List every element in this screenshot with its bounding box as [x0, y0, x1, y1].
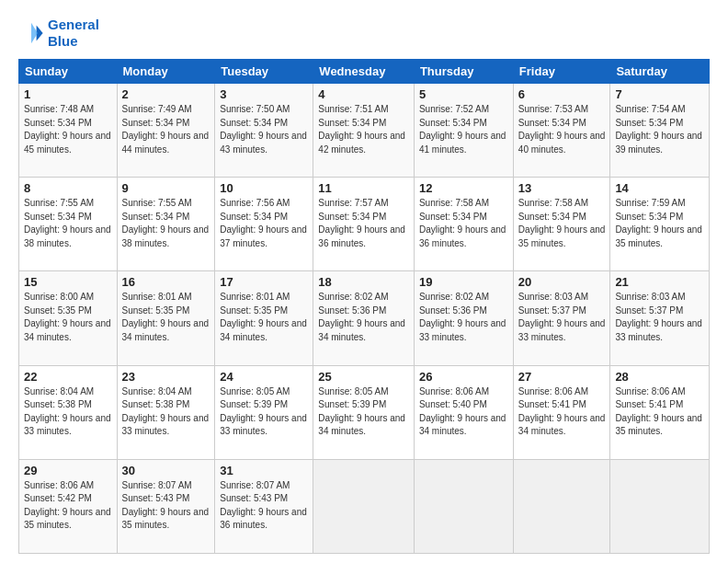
calendar-cell: 11 Sunrise: 7:57 AM Sunset: 5:34 PM Dayl… [313, 178, 415, 271]
day-number: 4 [318, 87, 409, 101]
day-number: 7 [615, 87, 704, 101]
calendar-header-row: SundayMondayTuesdayWednesdayThursdayFrid… [19, 60, 710, 84]
day-number: 23 [122, 370, 210, 384]
calendar-header-sunday: Sunday [19, 60, 118, 84]
calendar-cell: 17 Sunrise: 8:01 AM Sunset: 5:35 PM Dayl… [215, 271, 313, 365]
calendar-cell [414, 459, 513, 553]
calendar-cell: 19 Sunrise: 8:02 AM Sunset: 5:36 PM Dayl… [414, 271, 513, 365]
calendar-cell: 23 Sunrise: 8:04 AM Sunset: 5:38 PM Dayl… [117, 365, 215, 459]
day-info: Sunrise: 7:58 AM Sunset: 5:34 PM Dayligh… [518, 197, 606, 250]
day-info: Sunrise: 7:48 AM Sunset: 5:34 PM Dayligh… [24, 103, 112, 156]
calendar-cell: 10 Sunrise: 7:56 AM Sunset: 5:34 PM Dayl… [215, 178, 313, 271]
day-number: 28 [615, 370, 704, 384]
day-number: 6 [518, 87, 606, 101]
day-number: 14 [615, 181, 704, 195]
calendar-cell: 15 Sunrise: 8:00 AM Sunset: 5:35 PM Dayl… [19, 271, 118, 365]
day-number: 3 [220, 87, 308, 101]
day-number: 9 [122, 181, 210, 195]
day-info: Sunrise: 7:49 AM Sunset: 5:34 PM Dayligh… [122, 103, 210, 156]
day-info: Sunrise: 8:01 AM Sunset: 5:35 PM Dayligh… [122, 291, 210, 344]
calendar-cell: 20 Sunrise: 8:03 AM Sunset: 5:37 PM Dayl… [513, 271, 610, 365]
calendar-cell [610, 459, 710, 553]
calendar-week-5: 29 Sunrise: 8:06 AM Sunset: 5:42 PM Dayl… [19, 459, 710, 553]
day-info: Sunrise: 7:57 AM Sunset: 5:34 PM Dayligh… [318, 197, 409, 250]
calendar-cell: 18 Sunrise: 8:02 AM Sunset: 5:36 PM Dayl… [313, 271, 415, 365]
calendar-header-thursday: Thursday [414, 60, 513, 84]
day-info: Sunrise: 8:04 AM Sunset: 5:38 PM Dayligh… [122, 385, 210, 439]
calendar-cell: 8 Sunrise: 7:55 AM Sunset: 5:34 PM Dayli… [19, 178, 118, 271]
calendar-cell: 12 Sunrise: 7:58 AM Sunset: 5:34 PM Dayl… [414, 178, 513, 271]
day-number: 15 [24, 275, 112, 289]
calendar-cell: 25 Sunrise: 8:05 AM Sunset: 5:39 PM Dayl… [313, 365, 415, 459]
day-info: Sunrise: 8:05 AM Sunset: 5:39 PM Dayligh… [220, 385, 308, 439]
day-number: 30 [122, 464, 210, 477]
calendar-cell: 14 Sunrise: 7:59 AM Sunset: 5:34 PM Dayl… [610, 178, 710, 271]
day-info: Sunrise: 7:55 AM Sunset: 5:34 PM Dayligh… [24, 197, 112, 250]
day-info: Sunrise: 8:02 AM Sunset: 5:36 PM Dayligh… [318, 291, 409, 344]
day-info: Sunrise: 8:03 AM Sunset: 5:37 PM Dayligh… [615, 291, 704, 344]
day-info: Sunrise: 7:50 AM Sunset: 5:34 PM Dayligh… [220, 103, 308, 156]
calendar-week-4: 22 Sunrise: 8:04 AM Sunset: 5:38 PM Dayl… [19, 365, 710, 459]
day-number: 17 [220, 275, 308, 289]
calendar-body: 1 Sunrise: 7:48 AM Sunset: 5:34 PM Dayli… [19, 84, 710, 554]
day-number: 13 [518, 181, 606, 195]
calendar-cell: 21 Sunrise: 8:03 AM Sunset: 5:37 PM Dayl… [610, 271, 710, 365]
day-info: Sunrise: 8:05 AM Sunset: 5:39 PM Dayligh… [318, 385, 409, 439]
calendar-week-1: 1 Sunrise: 7:48 AM Sunset: 5:34 PM Dayli… [19, 84, 710, 178]
day-number: 10 [220, 181, 308, 195]
day-number: 5 [419, 87, 508, 101]
day-info: Sunrise: 7:52 AM Sunset: 5:34 PM Dayligh… [419, 103, 508, 156]
day-number: 27 [518, 370, 606, 384]
day-info: Sunrise: 7:51 AM Sunset: 5:34 PM Dayligh… [318, 103, 409, 156]
day-info: Sunrise: 8:06 AM Sunset: 5:42 PM Dayligh… [24, 479, 112, 533]
day-info: Sunrise: 8:00 AM Sunset: 5:35 PM Dayligh… [24, 291, 112, 344]
calendar-cell: 31 Sunrise: 8:07 AM Sunset: 5:43 PM Dayl… [215, 459, 313, 553]
day-info: Sunrise: 8:07 AM Sunset: 5:43 PM Dayligh… [220, 479, 308, 533]
calendar-cell [313, 459, 415, 553]
calendar-cell: 6 Sunrise: 7:53 AM Sunset: 5:34 PM Dayli… [513, 84, 610, 178]
day-info: Sunrise: 7:59 AM Sunset: 5:34 PM Dayligh… [615, 197, 704, 250]
calendar-cell: 27 Sunrise: 8:06 AM Sunset: 5:41 PM Dayl… [513, 365, 610, 459]
day-number: 26 [419, 370, 508, 384]
day-number: 11 [318, 181, 409, 195]
day-info: Sunrise: 7:55 AM Sunset: 5:34 PM Dayligh… [122, 197, 210, 250]
calendar-header-monday: Monday [117, 60, 215, 84]
day-info: Sunrise: 7:56 AM Sunset: 5:34 PM Dayligh… [220, 197, 308, 250]
calendar-cell: 9 Sunrise: 7:55 AM Sunset: 5:34 PM Dayli… [117, 178, 215, 271]
day-number: 8 [24, 181, 112, 195]
day-number: 1 [24, 87, 112, 101]
calendar-header-tuesday: Tuesday [215, 60, 313, 84]
day-number: 31 [220, 464, 308, 477]
calendar-cell: 7 Sunrise: 7:54 AM Sunset: 5:34 PM Dayli… [610, 84, 710, 178]
calendar-cell: 2 Sunrise: 7:49 AM Sunset: 5:34 PM Dayli… [117, 84, 215, 178]
day-number: 2 [122, 87, 210, 101]
calendar-cell: 29 Sunrise: 8:06 AM Sunset: 5:42 PM Dayl… [19, 459, 118, 553]
day-info: Sunrise: 8:04 AM Sunset: 5:38 PM Dayligh… [24, 385, 112, 439]
calendar-header-saturday: Saturday [610, 60, 710, 84]
day-info: Sunrise: 7:53 AM Sunset: 5:34 PM Dayligh… [518, 103, 606, 156]
calendar-cell: 4 Sunrise: 7:51 AM Sunset: 5:34 PM Dayli… [313, 84, 415, 178]
day-number: 19 [419, 275, 508, 289]
day-number: 24 [220, 370, 308, 384]
calendar-cell: 1 Sunrise: 7:48 AM Sunset: 5:34 PM Dayli… [19, 84, 118, 178]
logo: General Blue [18, 17, 99, 50]
day-number: 12 [419, 181, 508, 195]
calendar-cell: 28 Sunrise: 8:06 AM Sunset: 5:41 PM Dayl… [610, 365, 710, 459]
calendar-week-3: 15 Sunrise: 8:00 AM Sunset: 5:35 PM Dayl… [19, 271, 710, 365]
day-number: 20 [518, 275, 606, 289]
day-number: 16 [122, 275, 210, 289]
calendar-week-2: 8 Sunrise: 7:55 AM Sunset: 5:34 PM Dayli… [19, 178, 710, 271]
day-info: Sunrise: 8:06 AM Sunset: 5:40 PM Dayligh… [419, 385, 508, 439]
calendar-cell: 16 Sunrise: 8:01 AM Sunset: 5:35 PM Dayl… [117, 271, 215, 365]
calendar-cell: 22 Sunrise: 8:04 AM Sunset: 5:38 PM Dayl… [19, 365, 118, 459]
calendar-cell: 5 Sunrise: 7:52 AM Sunset: 5:34 PM Dayli… [414, 84, 513, 178]
logo-icon [18, 20, 44, 46]
day-info: Sunrise: 7:54 AM Sunset: 5:34 PM Dayligh… [615, 103, 704, 156]
day-info: Sunrise: 8:03 AM Sunset: 5:37 PM Dayligh… [518, 291, 606, 344]
page: General Blue SundayMondayTuesdayWednesda… [0, 0, 728, 563]
day-info: Sunrise: 8:06 AM Sunset: 5:41 PM Dayligh… [615, 385, 704, 439]
calendar-header-wednesday: Wednesday [313, 60, 415, 84]
calendar-header-friday: Friday [513, 60, 610, 84]
day-info: Sunrise: 8:01 AM Sunset: 5:35 PM Dayligh… [220, 291, 308, 344]
calendar-cell: 26 Sunrise: 8:06 AM Sunset: 5:40 PM Dayl… [414, 365, 513, 459]
